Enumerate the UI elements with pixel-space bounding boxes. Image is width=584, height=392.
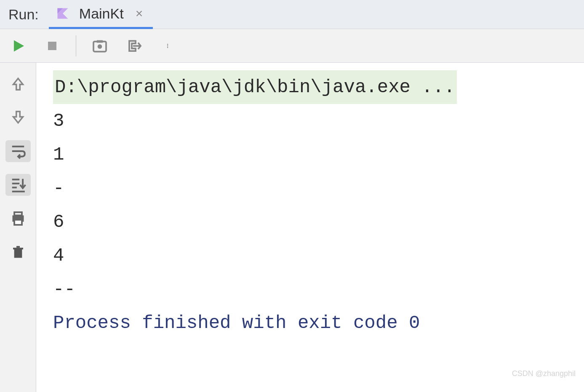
- toolbar-divider: [76, 35, 76, 56]
- svg-rect-17: [16, 246, 20, 248]
- output-line: 3: [53, 104, 576, 138]
- svg-rect-0: [48, 42, 56, 50]
- svg-point-5: [167, 45, 168, 46]
- run-config-tab[interactable]: MainKt ×: [49, 0, 153, 29]
- run-header: Run: MainKt ×: [0, 0, 584, 29]
- up-stack-button[interactable]: [5, 73, 31, 95]
- close-tab-icon[interactable]: ×: [134, 6, 145, 21]
- output-line: 4: [53, 239, 576, 272]
- output-line: 1: [53, 138, 576, 171]
- svg-rect-16: [13, 248, 23, 249]
- console-output[interactable]: D:\program\java\jdk\bin\java.exe ... 3 1…: [36, 63, 584, 392]
- scroll-to-end-button[interactable]: [5, 174, 31, 196]
- tab-label: MainKt: [79, 5, 124, 22]
- layout-settings-button[interactable]: [91, 37, 109, 55]
- output-line: 6: [53, 205, 576, 239]
- print-button[interactable]: [5, 208, 31, 229]
- run-label: Run:: [8, 6, 39, 23]
- svg-rect-15: [14, 249, 22, 258]
- svg-rect-12: [14, 212, 22, 216]
- more-options-button[interactable]: [160, 37, 178, 55]
- run-toolbar: [0, 29, 584, 63]
- console-sidebar: [0, 63, 36, 392]
- output-line: --: [53, 272, 576, 306]
- exit-message: Process finished with exit code 0: [53, 306, 576, 340]
- soft-wrap-button[interactable]: [5, 140, 31, 162]
- svg-rect-3: [97, 40, 103, 43]
- svg-point-2: [98, 44, 102, 49]
- kotlin-icon: [56, 7, 69, 20]
- command-line: D:\program\java\jdk\bin\java.exe ...: [53, 70, 457, 104]
- svg-point-4: [167, 44, 168, 45]
- svg-rect-14: [14, 220, 22, 225]
- watermark: CSDN @zhangphil: [512, 357, 576, 390]
- run-content: D:\program\java\jdk\bin\java.exe ... 3 1…: [0, 63, 584, 392]
- exit-button[interactable]: [125, 37, 144, 55]
- clear-all-button[interactable]: [5, 241, 31, 263]
- svg-point-6: [167, 47, 168, 48]
- output-line: -: [53, 171, 576, 205]
- stop-button[interactable]: [43, 37, 61, 55]
- rerun-button[interactable]: [8, 37, 27, 55]
- down-stack-button[interactable]: [5, 107, 31, 128]
